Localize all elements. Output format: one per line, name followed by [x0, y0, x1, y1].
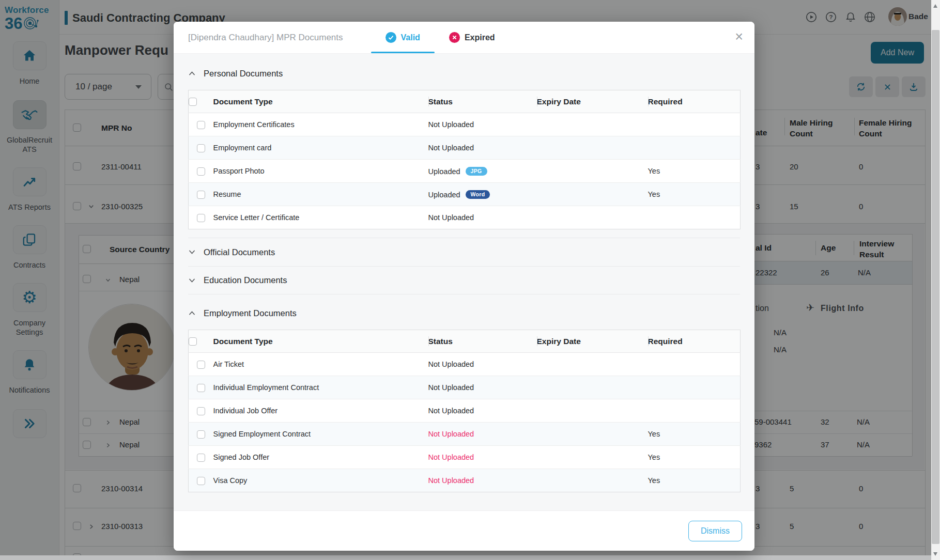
select-all-checkbox[interactable]: [189, 98, 197, 106]
required-cell: [648, 399, 741, 423]
row-checkbox[interactable]: [197, 430, 205, 439]
row-checkbox[interactable]: [197, 454, 205, 462]
horizontal-scrollbar[interactable]: [0, 555, 931, 560]
file-type-badge: Word: [466, 190, 490, 199]
status-text: Not Uploaded: [428, 144, 474, 152]
document-type-cell: Individual Employment Contract: [213, 376, 428, 399]
section-toggle[interactable]: Personal Documents: [188, 67, 740, 80]
modal-sections: Personal DocumentsDocument TypeStatusExp…: [174, 54, 754, 510]
status-cell: Not Uploaded: [428, 136, 537, 160]
document-row: Signed Employment ContractNot UploadedYe…: [189, 423, 741, 446]
row-checkbox[interactable]: [197, 384, 205, 392]
section-label: Official Documents: [204, 247, 275, 257]
section-toggle[interactable]: Employment Documents: [188, 307, 740, 319]
scrollbar-thumb[interactable]: [932, 30, 939, 544]
expiry-date-cell: [537, 136, 648, 160]
column-header-type: Document Type: [213, 90, 428, 113]
file-type-badge: JPG: [466, 167, 487, 176]
row-checkbox[interactable]: [197, 144, 205, 152]
document-type-cell: Resume: [213, 183, 428, 206]
vertical-scrollbar[interactable]: [931, 0, 940, 560]
tab-expired[interactable]: Expired: [435, 22, 510, 53]
column-header-required: Required: [648, 90, 741, 113]
required-cell: [648, 353, 741, 376]
document-type-cell: Passport Photo: [213, 160, 428, 183]
caret-up-icon: [188, 70, 196, 76]
status-text: Not Uploaded: [428, 407, 474, 415]
document-type-cell: Employment Certificates: [213, 113, 428, 136]
document-type-cell: Air Ticket: [213, 353, 428, 376]
documents-table: Document TypeStatusExpiry DateRequiredAi…: [188, 330, 741, 492]
column-header-expiry: Expiry Date: [537, 330, 648, 353]
caret-down-icon: [188, 249, 196, 255]
check-circle-icon: [386, 32, 396, 43]
expiry-date-cell: [537, 183, 648, 206]
expiry-date-cell: [537, 353, 648, 376]
status-cell: UploadedJPG: [428, 160, 537, 183]
section-toggle[interactable]: Education Documents: [188, 266, 740, 294]
row-checkbox[interactable]: [197, 167, 205, 176]
x-circle-icon: [449, 32, 460, 43]
expiry-date-cell: [537, 160, 648, 183]
modal-footer: Dismiss: [174, 510, 754, 551]
documents-table: Document TypeStatusExpiry DateRequiredEm…: [188, 90, 741, 229]
required-cell: Yes: [648, 423, 741, 446]
required-cell: Yes: [648, 446, 741, 469]
section-label: Education Documents: [204, 275, 287, 285]
document-row: Air TicketNot Uploaded: [189, 353, 741, 376]
expiry-date-cell: [537, 113, 648, 136]
status-cell: Not Uploaded: [428, 423, 537, 446]
expiry-date-cell: [537, 206, 648, 229]
select-all-checkbox[interactable]: [189, 337, 197, 346]
required-cell: [648, 136, 741, 160]
required-cell: [648, 113, 741, 136]
row-checkbox[interactable]: [197, 477, 205, 485]
status-text: Not Uploaded: [428, 453, 474, 461]
document-row: Employment cardNot Uploaded: [189, 136, 741, 160]
tab-valid[interactable]: Valid: [371, 22, 435, 53]
required-cell: Yes: [648, 469, 741, 492]
status-text: Not Uploaded: [428, 213, 474, 222]
document-type-cell: Service Letter / Certificate: [213, 206, 428, 229]
document-type-cell: Visa Copy: [213, 469, 428, 492]
row-checkbox[interactable]: [197, 191, 205, 199]
status-cell: Not Uploaded: [428, 399, 537, 423]
row-checkbox[interactable]: [197, 214, 205, 222]
document-row: Individual Job OfferNot Uploaded: [189, 399, 741, 423]
expiry-date-cell: [537, 469, 648, 492]
expiry-date-cell: [537, 399, 648, 423]
modal-header: [Dipendra Chaudhary] MPR Documents Valid…: [174, 22, 754, 54]
document-row: Individual Employment ContractNot Upload…: [189, 376, 741, 399]
caret-up-icon: [188, 310, 196, 316]
status-text: Not Uploaded: [428, 430, 474, 438]
row-checkbox[interactable]: [197, 361, 205, 369]
document-row: Visa CopyNot UploadedYes: [189, 469, 741, 492]
scroll-down-arrow-icon[interactable]: [933, 552, 937, 556]
column-header-status: Status: [428, 330, 537, 353]
row-checkbox[interactable]: [197, 121, 205, 129]
scroll-up-arrow-icon[interactable]: [933, 4, 937, 8]
status-text: Uploaded: [428, 190, 460, 198]
document-row: Employment CertificatesNot Uploaded: [189, 113, 741, 136]
column-header-expiry: Expiry Date: [537, 90, 648, 113]
status-cell: Not Uploaded: [428, 113, 537, 136]
dismiss-button[interactable]: Dismiss: [688, 521, 742, 541]
close-icon[interactable]: ×: [735, 30, 743, 44]
modal-tabs: Valid Expired: [371, 22, 510, 53]
document-type-cell: Signed Employment Contract: [213, 423, 428, 446]
status-text: Uploaded: [428, 167, 460, 175]
mpr-documents-modal: [Dipendra Chaudhary] MPR Documents Valid…: [174, 22, 754, 551]
required-cell: [648, 206, 741, 229]
section-label: Personal Documents: [204, 69, 283, 79]
section-label: Employment Documents: [204, 308, 297, 318]
status-text: Not Uploaded: [428, 120, 474, 129]
section-toggle[interactable]: Official Documents: [188, 238, 740, 266]
expiry-date-cell: [537, 376, 648, 399]
row-checkbox[interactable]: [197, 407, 205, 415]
document-type-cell: Signed Job Offer: [213, 446, 428, 469]
document-row: ResumeUploadedWordYes: [189, 183, 741, 206]
status-text: Not Uploaded: [428, 360, 474, 368]
status-cell: Not Uploaded: [428, 376, 537, 399]
status-cell: Not Uploaded: [428, 469, 537, 492]
expiry-date-cell: [537, 423, 648, 446]
